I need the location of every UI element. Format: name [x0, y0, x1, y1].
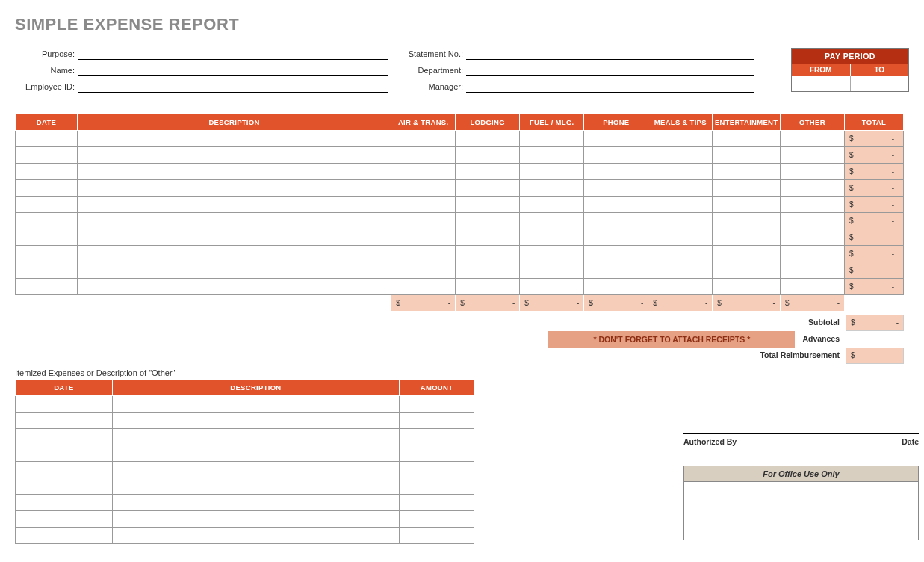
cell[interactable]: [16, 511, 113, 528]
cell[interactable]: [648, 213, 713, 229]
cell[interactable]: [780, 147, 844, 164]
cell[interactable]: [520, 147, 584, 164]
cell[interactable]: [400, 511, 474, 528]
cell[interactable]: [780, 229, 844, 246]
cell[interactable]: [713, 213, 781, 229]
cell[interactable]: [78, 147, 391, 164]
cell[interactable]: [391, 164, 456, 180]
cell[interactable]: [16, 147, 78, 164]
cell[interactable]: [713, 246, 781, 262]
cell[interactable]: [400, 478, 474, 495]
pay-to-input[interactable]: [851, 76, 909, 91]
cell[interactable]: [16, 213, 78, 229]
cell[interactable]: [391, 213, 456, 229]
cell[interactable]: [391, 197, 456, 213]
cell[interactable]: [78, 131, 391, 147]
cell[interactable]: [78, 197, 391, 213]
cell[interactable]: [456, 229, 520, 246]
cell[interactable]: [584, 197, 648, 213]
cell[interactable]: [16, 445, 113, 462]
cell[interactable]: [391, 131, 456, 147]
cell[interactable]: [780, 246, 844, 262]
cell[interactable]: [112, 511, 399, 528]
cell[interactable]: [780, 180, 844, 197]
input-name[interactable]: [78, 64, 388, 76]
input-purpose[interactable]: [78, 48, 388, 60]
cell[interactable]: [648, 229, 713, 246]
cell[interactable]: [520, 131, 584, 147]
cell[interactable]: [456, 246, 520, 262]
cell[interactable]: [78, 213, 391, 229]
cell[interactable]: [400, 445, 474, 462]
cell[interactable]: [520, 229, 584, 246]
cell[interactable]: [112, 445, 399, 462]
cell[interactable]: [648, 131, 713, 147]
cell[interactable]: [780, 164, 844, 180]
cell[interactable]: [713, 279, 781, 295]
cell[interactable]: [78, 180, 391, 197]
cell[interactable]: [112, 462, 399, 478]
cell[interactable]: [648, 279, 713, 295]
cell[interactable]: [520, 213, 584, 229]
cell[interactable]: [16, 478, 113, 495]
cell[interactable]: [16, 495, 113, 511]
cell[interactable]: [16, 262, 78, 279]
cell[interactable]: [16, 164, 78, 180]
cell[interactable]: [16, 131, 78, 147]
cell[interactable]: [400, 528, 474, 544]
cell[interactable]: [584, 147, 648, 164]
cell[interactable]: [16, 197, 78, 213]
cell[interactable]: [112, 528, 399, 544]
cell[interactable]: [456, 197, 520, 213]
cell[interactable]: [584, 262, 648, 279]
cell[interactable]: [648, 164, 713, 180]
cell[interactable]: [648, 246, 713, 262]
cell[interactable]: [391, 262, 456, 279]
advances-value[interactable]: [846, 331, 904, 348]
cell[interactable]: [456, 180, 520, 197]
cell[interactable]: [713, 164, 781, 180]
cell[interactable]: [520, 164, 584, 180]
cell[interactable]: [112, 478, 399, 495]
cell[interactable]: [648, 180, 713, 197]
cell[interactable]: [520, 246, 584, 262]
cell[interactable]: [391, 147, 456, 164]
cell[interactable]: [16, 413, 113, 429]
cell[interactable]: [780, 197, 844, 213]
cell[interactable]: [584, 279, 648, 295]
cell[interactable]: [456, 279, 520, 295]
cell[interactable]: [780, 213, 844, 229]
cell[interactable]: [713, 262, 781, 279]
pay-from-input[interactable]: [792, 76, 851, 91]
cell[interactable]: [584, 246, 648, 262]
cell[interactable]: [584, 213, 648, 229]
cell[interactable]: [648, 147, 713, 164]
cell[interactable]: [16, 246, 78, 262]
cell[interactable]: [400, 413, 474, 429]
cell[interactable]: [16, 180, 78, 197]
input-department[interactable]: [466, 64, 754, 76]
cell[interactable]: [400, 495, 474, 511]
cell[interactable]: [456, 213, 520, 229]
cell[interactable]: [400, 462, 474, 478]
cell[interactable]: [520, 279, 584, 295]
cell[interactable]: [16, 462, 113, 478]
cell[interactable]: [16, 279, 78, 295]
cell[interactable]: [584, 131, 648, 147]
cell[interactable]: [391, 229, 456, 246]
cell[interactable]: [456, 262, 520, 279]
cell[interactable]: [112, 413, 399, 429]
input-statement-no[interactable]: [466, 48, 754, 60]
cell[interactable]: [400, 396, 474, 413]
cell[interactable]: [713, 197, 781, 213]
cell[interactable]: [78, 262, 391, 279]
cell[interactable]: [16, 229, 78, 246]
cell[interactable]: [78, 164, 391, 180]
cell[interactable]: [520, 180, 584, 197]
cell[interactable]: [16, 528, 113, 544]
cell[interactable]: [713, 180, 781, 197]
input-manager[interactable]: [466, 81, 754, 93]
cell[interactable]: [391, 279, 456, 295]
cell[interactable]: [456, 131, 520, 147]
cell[interactable]: [780, 279, 844, 295]
